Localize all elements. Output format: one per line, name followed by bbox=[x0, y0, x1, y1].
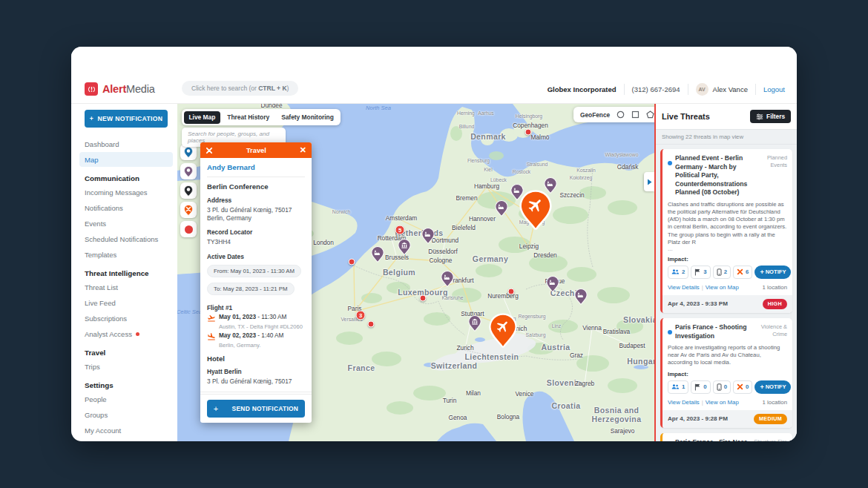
sidebar-section-communication: Communication bbox=[85, 174, 168, 182]
office-pin-factory-icon[interactable] bbox=[421, 228, 435, 247]
threat-title: Paris France - Shooting Investigation bbox=[675, 323, 749, 340]
map-layer-toggles bbox=[180, 144, 197, 237]
circle-tool-icon[interactable] bbox=[617, 111, 625, 119]
panel-collapse-handle[interactable] bbox=[644, 172, 654, 191]
departure-time: - 11:30 AM bbox=[256, 314, 286, 320]
office-pin-bank-icon[interactable] bbox=[468, 315, 481, 334]
chevron-right-icon bbox=[647, 179, 652, 185]
impact-travel-pill[interactable]: 6 bbox=[733, 266, 752, 279]
sidebar-item-notifications[interactable]: Notifications bbox=[79, 200, 173, 215]
sidebar-item-subscriptions[interactable]: Subscriptions bbox=[79, 311, 173, 326]
map-mode-tabs: Live MapThreat HistorySafety Monitoring bbox=[182, 109, 341, 125]
sidebar-item-groups[interactable]: Groups bbox=[79, 407, 173, 422]
impact-travel-count: 0 bbox=[746, 383, 749, 390]
view-on-map-link[interactable]: View on Map bbox=[706, 399, 739, 406]
tab-live-map[interactable]: Live Map bbox=[184, 111, 221, 124]
view-on-map-link[interactable]: View on Map bbox=[706, 284, 739, 291]
threat-card[interactable]: Planned Event - Berlin Germany - March b… bbox=[660, 149, 792, 313]
office-pin-factory-icon[interactable] bbox=[546, 276, 559, 295]
tab-threat-history[interactable]: Threat History bbox=[222, 111, 274, 124]
threat-card[interactable]: Paris France - Shooting Investigation Vi… bbox=[660, 318, 792, 428]
impact-flags-pill[interactable]: 0 bbox=[691, 380, 710, 394]
record-locator-label: Record Locator bbox=[207, 228, 305, 236]
view-details-link[interactable]: View Details bbox=[668, 284, 700, 291]
threat-dot-marker[interactable] bbox=[368, 321, 375, 328]
sidebar-item-scheduled-notifications[interactable]: Scheduled Notifications bbox=[79, 231, 173, 246]
traveler-name-link[interactable]: Andy Bernard bbox=[207, 163, 305, 177]
sidebar-item-events[interactable]: Events bbox=[79, 216, 173, 231]
sidebar-item-company[interactable]: Company bbox=[79, 438, 173, 441]
sidebar-item-threat-list[interactable]: Threat List bbox=[79, 280, 173, 294]
threat-cluster-badge[interactable]: 3 bbox=[356, 311, 366, 320]
travel-pin-icon[interactable] bbox=[519, 190, 552, 234]
alertmedia-logo[interactable]: AlertMedia bbox=[85, 82, 177, 96]
alertmedia-logo-icon bbox=[85, 82, 98, 96]
office-pin-bank-icon[interactable] bbox=[398, 239, 411, 258]
threat-card[interactable]: Paris France - Fire Near Panthéon Struct… bbox=[660, 433, 792, 441]
link-separator: | bbox=[702, 284, 703, 291]
impact-flags-pill[interactable]: 3 bbox=[691, 266, 710, 279]
travel-x-icon bbox=[737, 383, 743, 390]
sidebar-item-templates[interactable]: Templates bbox=[79, 247, 173, 262]
threat-dot-marker[interactable] bbox=[508, 288, 515, 295]
polygon-tool-icon[interactable] bbox=[646, 111, 654, 119]
send-notification-button[interactable]: +SEND NOTIFICATION bbox=[207, 400, 305, 418]
notify-button[interactable]: +NOTIFY bbox=[754, 380, 791, 394]
close-icon[interactable]: ✕ bbox=[300, 146, 306, 154]
date-to-pill[interactable]: To: May 28, 2023 - 11:21 PM bbox=[207, 283, 295, 295]
notify-button[interactable]: +NOTIFY bbox=[754, 266, 791, 279]
flight-label: Flight #1 bbox=[207, 304, 305, 311]
sidebar-item-incoming-messages[interactable]: Incoming Messages bbox=[79, 185, 173, 200]
view-details-link[interactable]: View Details bbox=[668, 399, 700, 406]
sidebar-item-trips[interactable]: Trips bbox=[79, 359, 173, 374]
office-pin-factory-icon[interactable] bbox=[371, 246, 384, 266]
sidebar-item-dashboard[interactable]: Dashboard bbox=[79, 136, 173, 151]
trip-name: Berlin Conference bbox=[207, 182, 305, 191]
sidebar-item-analyst-access[interactable]: Analyst Access bbox=[79, 326, 173, 341]
threat-dot-marker[interactable] bbox=[525, 129, 532, 136]
sidebar-item-people[interactable]: People bbox=[79, 392, 173, 406]
threat-cluster-badge[interactable]: 5 bbox=[395, 225, 405, 235]
map-area[interactable]: North SeaCeltic SeaDenmarkNetherlandsBel… bbox=[177, 104, 654, 441]
hotel-name: Hyatt Berlin bbox=[207, 368, 305, 375]
user-menu[interactable]: AV Alex Vance bbox=[696, 83, 748, 96]
tab-safety-monitoring[interactable]: Safety Monitoring bbox=[276, 111, 339, 124]
threat-dot-marker[interactable] bbox=[420, 295, 427, 302]
travel-pin-icon[interactable] bbox=[489, 313, 517, 352]
person-layer-button[interactable] bbox=[180, 163, 197, 179]
impact-devices-pill[interactable]: 0 bbox=[713, 380, 731, 394]
office-pin-factory-icon[interactable] bbox=[574, 288, 588, 308]
filter-sliders-icon bbox=[756, 113, 763, 120]
address-line1: 3 Pl. du Général Kœnig, 75017 bbox=[207, 206, 305, 214]
impact-devices-count: 2 bbox=[724, 268, 727, 275]
impact-travel-pill[interactable]: 0 bbox=[733, 380, 752, 394]
sidebar-item-my-account[interactable]: My Account bbox=[79, 423, 173, 438]
office-pin-factory-icon[interactable] bbox=[495, 200, 508, 220]
location-count: 1 location bbox=[763, 399, 787, 406]
square-tool-icon[interactable] bbox=[631, 111, 640, 119]
sidebar-item-map[interactable]: Map bbox=[79, 152, 173, 167]
impact-people-pill[interactable]: 1 bbox=[668, 380, 688, 394]
travel-layer-button[interactable] bbox=[180, 202, 197, 218]
people-icon bbox=[671, 383, 680, 390]
global-search-trigger[interactable]: Click here to search (or CTRL + K) bbox=[182, 81, 298, 96]
threat-dot-marker[interactable] bbox=[349, 259, 355, 266]
active-dates-label: Active Dates bbox=[207, 253, 305, 260]
threats-count-text: Showing 22 threats in map view bbox=[656, 130, 797, 145]
impact-people-pill[interactable]: 2 bbox=[668, 266, 688, 279]
impact-devices-pill[interactable]: 2 bbox=[713, 266, 731, 279]
filters-button[interactable]: Filters bbox=[750, 110, 791, 123]
date-from-pill[interactable]: From: May 01, 2023 - 11:30 AM bbox=[207, 265, 301, 277]
threats-layer-button[interactable] bbox=[180, 221, 197, 237]
impact-flags-count: 0 bbox=[703, 383, 706, 390]
device-icon bbox=[717, 268, 722, 276]
sidebar-item-live-feed[interactable]: Live Feed bbox=[79, 295, 173, 310]
location-count: 1 location bbox=[763, 284, 787, 291]
flag-icon bbox=[694, 383, 701, 391]
arrival-date: May 02, 2023 bbox=[219, 332, 256, 339]
office-pin-factory-icon[interactable] bbox=[441, 271, 454, 290]
logout-link[interactable]: Logout bbox=[763, 85, 785, 93]
people-icon bbox=[671, 268, 680, 275]
new-notification-button[interactable]: + NEW NOTIFICATION bbox=[85, 110, 168, 128]
places-layer-button[interactable] bbox=[180, 182, 197, 199]
